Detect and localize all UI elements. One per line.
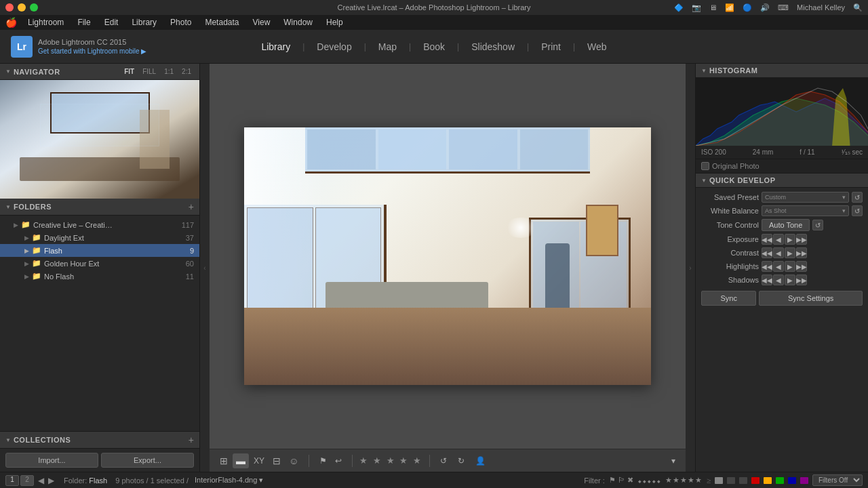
filmstrip-header: 1 2 ◀ ▶ Folder: Flash 9 photos / 1 selec… xyxy=(0,472,868,488)
saved-preset-dropdown[interactable]: Custom ▾ xyxy=(762,192,849,203)
search-icon[interactable]: 🔍 xyxy=(853,3,863,12)
menu-view[interactable]: View xyxy=(248,16,276,28)
rotate-left-btn[interactable]: ↺ xyxy=(437,454,450,468)
saved-preset-reset-btn[interactable]: ↺ xyxy=(852,192,863,203)
tab-develop[interactable]: Develop xyxy=(309,39,359,55)
right-panel-collapse[interactable]: › xyxy=(686,64,695,472)
filter-yellow-dot[interactable] xyxy=(764,477,772,484)
folder-daylight-ext[interactable]: ▶ 📁 Daylight Ext 37 xyxy=(0,231,199,244)
histogram-title: Histogram xyxy=(709,66,758,75)
page-2[interactable]: 2 xyxy=(20,475,34,486)
contrast-label: Contrast xyxy=(701,249,759,257)
filter-white-flag[interactable] xyxy=(715,477,723,484)
tab-map[interactable]: Map xyxy=(370,39,405,55)
prev-page-btn[interactable]: ◀ xyxy=(38,476,44,485)
highlights-dec-large-btn[interactable]: ◀◀ xyxy=(762,261,772,272)
left-panel-collapse[interactable]: ‹ xyxy=(200,64,210,472)
loupe-view-btn[interactable]: ▬ xyxy=(233,453,249,468)
tab-web[interactable]: Web xyxy=(579,39,615,55)
auto-tone-button[interactable]: Auto Tone xyxy=(762,219,810,231)
shadows-inc-large-btn[interactable]: ▶▶ xyxy=(796,274,807,285)
apple-menu[interactable]: 🍎 xyxy=(5,17,17,28)
window-title: Creative Live.lrcat – Adobe Photoshop Li… xyxy=(338,3,531,12)
highlights-inc-large-btn[interactable]: ▶▶ xyxy=(796,261,807,272)
tab-library[interactable]: Library xyxy=(253,39,298,55)
tab-print[interactable]: Print xyxy=(533,39,569,55)
mobile-promo[interactable]: Get started with Lightroom mobile ▶ xyxy=(38,47,146,56)
people-view-btn[interactable]: ☺ xyxy=(285,453,302,468)
exposure-inc-large-btn[interactable]: ▶▶ xyxy=(796,234,807,245)
contrast-dec-btn[interactable]: ◀ xyxy=(773,247,784,258)
original-photo-checkbox[interactable] xyxy=(701,162,709,170)
tab-slideshow[interactable]: Slideshow xyxy=(463,39,523,55)
contrast-dec-large-btn[interactable]: ◀◀ xyxy=(762,247,772,258)
highlights-inc-btn[interactable]: ▶ xyxy=(785,261,795,272)
tone-control-reset-btn[interactable]: ↺ xyxy=(812,220,823,230)
star-rating[interactable]: ★ ★ ★ ★ ★ xyxy=(359,455,422,466)
contrast-inc-btn[interactable]: ▶ xyxy=(785,247,795,258)
unflag-btn[interactable]: ↩ xyxy=(332,454,345,468)
tab-book[interactable]: Book xyxy=(415,39,453,55)
folder-golden-hour-ext[interactable]: ▶ 📁 Golden Hour Ext 60 xyxy=(0,257,199,270)
nav-2-1-btn[interactable]: 2:1 xyxy=(179,66,194,77)
filter-grey-flag[interactable] xyxy=(727,477,735,484)
rotate-right-btn[interactable]: ↻ xyxy=(454,454,468,468)
folders-add-icon[interactable]: + xyxy=(189,201,194,212)
menu-help[interactable]: Help xyxy=(321,16,349,28)
export-button[interactable]: Export... xyxy=(101,453,194,468)
sync-settings-button[interactable]: Sync Settings xyxy=(759,291,863,306)
toolbar-more-btn[interactable]: ▾ xyxy=(668,454,679,468)
menu-metadata[interactable]: Metadata xyxy=(199,16,244,28)
white-balance-reset-btn[interactable]: ↺ xyxy=(852,205,863,216)
collections-add-icon[interactable]: + xyxy=(189,434,194,445)
contrast-inc-large-btn[interactable]: ▶▶ xyxy=(796,247,807,258)
tone-control-row: Tone Control Auto Tone ↺ xyxy=(701,219,863,231)
white-balance-dropdown[interactable]: As Shot ▾ xyxy=(762,205,849,216)
next-page-btn[interactable]: ▶ xyxy=(48,476,54,485)
highlights-dec-btn[interactable]: ◀ xyxy=(773,261,784,272)
shadows-inc-btn[interactable]: ▶ xyxy=(785,274,795,285)
page-1[interactable]: 1 xyxy=(5,475,19,486)
shadows-dec-btn[interactable]: ◀ xyxy=(773,274,784,285)
menu-library[interactable]: Library xyxy=(126,16,162,28)
collections-header[interactable]: ▼ Collections + xyxy=(0,431,199,449)
quick-develop-header[interactable]: ▼ Quick Develop xyxy=(696,173,868,188)
exposure-inc-btn[interactable]: ▶ xyxy=(785,234,795,245)
menu-photo[interactable]: Photo xyxy=(165,16,197,28)
exposure-dec-large-btn[interactable]: ◀◀ xyxy=(762,234,772,245)
navigator-header[interactable]: ▼ Navigator FIT FILL 1:1 2:1 xyxy=(0,64,199,80)
info-btn[interactable]: 👤 xyxy=(472,454,489,468)
folders-header[interactable]: ▼ Folders + xyxy=(0,199,199,216)
filters-off-select[interactable]: Filters Off xyxy=(812,474,863,486)
nav-1-1-btn[interactable]: 1:1 xyxy=(161,66,176,77)
menu-edit[interactable]: Edit xyxy=(99,16,124,28)
menu-file[interactable]: File xyxy=(72,16,96,28)
flag-btn[interactable]: ⚑ xyxy=(316,454,330,468)
sync-button[interactable]: Sync xyxy=(701,291,756,306)
filename-info[interactable]: InteriorFlash-4.dng ▾ xyxy=(195,476,263,485)
maximize-button[interactable] xyxy=(30,3,38,12)
menu-lightroom[interactable]: Lightroom xyxy=(22,16,69,28)
histogram-header[interactable]: ▼ Histogram xyxy=(696,64,868,78)
filter-purple-dot[interactable] xyxy=(800,477,808,484)
filter-red-dot[interactable] xyxy=(751,477,760,484)
minimize-button[interactable] xyxy=(18,3,26,12)
nav-fit-btn[interactable]: FIT xyxy=(121,66,137,77)
folder-creative-live[interactable]: ▶ 📁 Creative Live – Creati… 117 xyxy=(0,218,199,231)
folder-flash[interactable]: ▶ 📁 Flash 9 xyxy=(0,244,199,257)
filter-green-dot[interactable] xyxy=(776,477,784,484)
menu-window[interactable]: Window xyxy=(278,16,318,28)
filter-black-flag[interactable] xyxy=(739,477,747,484)
close-button[interactable] xyxy=(5,3,14,12)
exposure-dec-btn[interactable]: ◀ xyxy=(773,234,784,245)
filter-stars[interactable]: ★★★★★ xyxy=(665,476,703,485)
import-button[interactable]: Import... xyxy=(5,453,98,468)
compare-view-btn[interactable]: XY xyxy=(250,454,268,468)
nav-fill-btn[interactable]: FILL xyxy=(140,66,159,77)
survey-view-btn[interactable]: ⊟ xyxy=(269,453,284,468)
shadows-dec-large-btn[interactable]: ◀◀ xyxy=(762,274,772,285)
qd-title: Quick Develop xyxy=(709,176,776,184)
folder-no-flash[interactable]: ▶ 📁 No Flash 11 xyxy=(0,270,199,283)
grid-view-btn[interactable]: ⊞ xyxy=(216,453,231,468)
filter-blue-dot[interactable] xyxy=(788,477,796,484)
